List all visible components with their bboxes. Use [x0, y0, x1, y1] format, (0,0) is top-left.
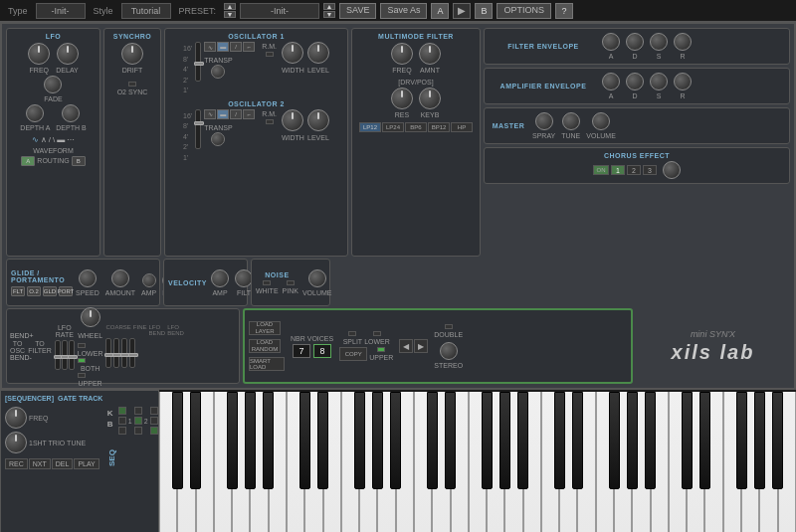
seq-nxt-btn[interactable]: NXT — [29, 458, 51, 469]
black-key-3-3[interactable] — [609, 392, 620, 489]
type-dropdown[interactable]: -Init- — [36, 3, 86, 19]
black-key-2-0[interactable] — [427, 392, 438, 489]
glide-gld-btn[interactable]: GLD — [43, 286, 57, 296]
seq-rec-btn[interactable]: REC — [5, 458, 28, 469]
arrow-right-btn[interactable]: ▶ — [414, 339, 428, 353]
lfo-routing-b[interactable]: B — [72, 156, 86, 166]
filter-env-r-knob[interactable] — [674, 33, 692, 51]
copy-btn[interactable]: COPY — [339, 347, 367, 361]
lfo-routing-a[interactable]: A — [21, 156, 35, 166]
osc1-transp-knob[interactable] — [211, 65, 225, 79]
black-key-1-3[interactable] — [354, 392, 365, 489]
save-as-button[interactable]: Save As — [380, 3, 427, 19]
glide-amount-knob[interactable] — [111, 269, 129, 287]
lower-led[interactable] — [373, 331, 381, 336]
piano-keyboard[interactable] — [159, 390, 796, 532]
gate-2-1[interactable] — [134, 407, 142, 415]
black-key-1-0[interactable] — [299, 392, 310, 489]
wave-ramp[interactable]: \ — [53, 135, 55, 144]
preset-down-arrow[interactable]: ▼ — [224, 11, 236, 18]
double-led[interactable] — [445, 324, 453, 329]
filter-keyb-knob[interactable] — [419, 88, 441, 109]
glide-amp-knob[interactable] — [142, 273, 156, 287]
osc2-level-knob[interactable] — [307, 109, 329, 131]
gate-1-3[interactable] — [118, 427, 126, 435]
glide-flt-btn[interactable]: FLT — [11, 286, 25, 296]
glide-speed-knob[interactable] — [79, 269, 97, 287]
gate-2-3[interactable] — [134, 427, 142, 435]
arrow-left-btn[interactable]: ◀ — [399, 339, 413, 353]
lfo-fade-knob[interactable] — [44, 76, 62, 93]
filter-amnt-knob[interactable] — [419, 43, 441, 65]
preset-up-arrow[interactable]: ▲ — [224, 3, 236, 10]
preset-dropdown[interactable]: -Init- — [240, 3, 319, 19]
to-osc-slider[interactable] — [62, 340, 68, 370]
bend-lower-led[interactable] — [78, 343, 86, 348]
upper-led[interactable] — [377, 347, 385, 352]
b-button[interactable]: B — [475, 3, 493, 19]
o2-sync-led[interactable] — [128, 82, 136, 87]
bend-upper-led[interactable] — [78, 373, 86, 378]
black-key-2-1[interactable] — [445, 392, 456, 489]
black-key-4-0[interactable] — [682, 392, 693, 489]
smart-load-btn[interactable]: SMART LOAD — [249, 357, 285, 371]
chorus-1-btn[interactable]: 1 — [611, 165, 625, 175]
lfo-bend1-slider[interactable] — [121, 338, 127, 368]
lfo-freq-knob[interactable] — [28, 43, 50, 65]
wave-saw[interactable]: / — [49, 135, 51, 144]
master-spray-knob[interactable] — [535, 112, 553, 130]
black-key-2-3[interactable] — [482, 392, 493, 489]
lfo-bend2-slider[interactable] — [129, 338, 135, 368]
preset-nav-up[interactable]: ▲ — [323, 3, 335, 10]
amp-env-d-knob[interactable] — [626, 73, 644, 90]
seq-tune-knob[interactable] — [5, 432, 27, 453]
lfo-rate-slider[interactable] — [55, 340, 61, 370]
chorus-3-btn[interactable]: 3 — [643, 165, 657, 175]
gate-3-2[interactable] — [150, 417, 158, 425]
filter-env-d-knob[interactable] — [626, 33, 644, 51]
black-key-4-3[interactable] — [736, 392, 747, 489]
osc2-wave-sq[interactable]: ▬ — [217, 109, 229, 119]
amp-env-s-knob[interactable] — [650, 73, 668, 90]
preset-nav-down[interactable]: ▼ — [323, 11, 335, 18]
gate-1-2[interactable] — [118, 417, 126, 425]
osc2-range-slider[interactable] — [195, 109, 201, 149]
wave-sq[interactable]: ▬ — [57, 135, 65, 144]
style-dropdown[interactable]: Tutorial — [121, 3, 171, 19]
osc1-wave-saw[interactable]: / — [230, 42, 242, 52]
osc1-wave-sine[interactable]: ∿ — [204, 42, 216, 52]
black-key-3-0[interactable] — [554, 392, 565, 489]
load-layer-btn[interactable]: LOAD LAYER — [249, 321, 281, 335]
osc2-wave-saw[interactable]: / — [230, 109, 242, 119]
black-key-1-4[interactable] — [372, 392, 383, 489]
black-key-3-4[interactable] — [627, 392, 638, 489]
black-key-0-0[interactable] — [172, 392, 183, 489]
amp-env-a-knob[interactable] — [602, 73, 620, 90]
osc2-width-knob[interactable] — [282, 109, 303, 131]
black-key-1-1[interactable] — [317, 392, 328, 489]
stereo-knob[interactable] — [440, 342, 458, 360]
osc1-wave-pw[interactable]: ⌐ — [243, 42, 255, 52]
fine-slider[interactable] — [113, 338, 119, 368]
chorus-depth-knob[interactable] — [663, 161, 681, 179]
amp-env-r-knob[interactable] — [674, 73, 692, 90]
a-button[interactable]: A — [431, 3, 449, 19]
split-led[interactable] — [348, 331, 356, 336]
black-key-3-1[interactable] — [572, 392, 583, 489]
black-key-3-5[interactable] — [645, 392, 656, 489]
filter-lp24-btn[interactable]: LP24 — [382, 122, 404, 132]
osc1-level-knob[interactable] — [307, 42, 329, 64]
coarse-slider[interactable] — [105, 338, 111, 368]
help-button[interactable]: ? — [555, 3, 573, 19]
osc2-wave-sine[interactable]: ∿ — [204, 109, 216, 119]
black-key-4-5[interactable] — [772, 392, 783, 489]
black-key-4-1[interactable] — [699, 392, 710, 489]
wave-tri[interactable]: ∧ — [41, 135, 47, 144]
osc2-transp-knob[interactable] — [211, 132, 225, 146]
filter-hp-btn[interactable]: HP — [451, 122, 473, 132]
seq-play-btn[interactable]: PLAY — [74, 458, 99, 469]
filter-env-s-knob[interactable] — [650, 33, 668, 51]
filter-freq-knob[interactable] — [391, 43, 413, 65]
wave-sine[interactable]: ∿ — [32, 135, 39, 144]
black-key-0-1[interactable] — [190, 392, 201, 489]
